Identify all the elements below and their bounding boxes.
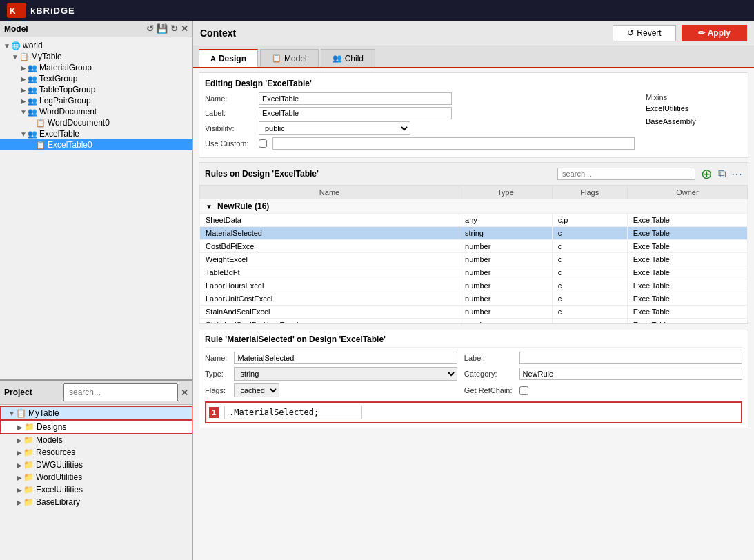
models-icon: 📁 (23, 435, 34, 445)
apply-button[interactable]: ✏ Apply (682, 25, 747, 41)
undo-icon[interactable]: ↺ (146, 23, 154, 34)
row-type: number (459, 253, 553, 266)
tab-child[interactable]: 👥 Child (321, 49, 375, 67)
refresh-icon[interactable]: ↻ (170, 23, 178, 34)
visibility-select[interactable]: public (259, 121, 410, 135)
row-name: LaborHoursExcel (200, 279, 459, 292)
row-type: number (459, 240, 553, 253)
table-row[interactable]: CostBdFtExcel number c ExcelTable (200, 240, 748, 253)
tree-item-exceltable0[interactable]: 📋 ExcelTable0 (0, 139, 192, 150)
materialgroup-toggle[interactable]: ▶ (19, 64, 28, 72)
dwgutilities-toggle[interactable]: ▶ (15, 461, 23, 469)
copy-rule-button[interactable]: ⧉ (718, 168, 726, 180)
models-toggle[interactable]: ▶ (15, 437, 23, 444)
table-row[interactable]: LaborUnitCostExcel number c ExcelTable (200, 292, 748, 306)
tree-item-mytable[interactable]: ▼ 📋 MyTable (0, 51, 192, 62)
get-refchain-checkbox[interactable] (519, 386, 528, 395)
row-flags: c (552, 306, 627, 319)
table-row-selected[interactable]: MaterialSelected string c ExcelTable (200, 227, 748, 240)
mytable-proj-toggle[interactable]: ▼ (8, 410, 16, 417)
exceltable-toggle[interactable]: ▼ (19, 130, 28, 138)
baselibrary-icon: 📁 (23, 497, 34, 507)
save-icon[interactable]: 💾 (157, 23, 168, 34)
add-rule-button[interactable]: ⊕ (701, 166, 713, 182)
name-input[interactable] (259, 92, 452, 105)
editing-section: Editing Design 'ExcelTable' Name: Label: (199, 72, 748, 158)
close-icon[interactable]: ✕ (181, 23, 188, 34)
model-tab-label: Model (284, 54, 307, 63)
project-search-input[interactable] (63, 383, 178, 401)
tree-item-world[interactable]: ▼ 🌐 world (0, 40, 192, 51)
use-custom-checkbox[interactable] (259, 139, 267, 148)
tab-model[interactable]: 📋 Model (260, 49, 319, 67)
mytable-toggle[interactable]: ▼ (11, 53, 19, 61)
tree-item-worddocument[interactable]: ▼ 👥 WordDocument (0, 106, 192, 117)
project-title: Project (4, 388, 32, 397)
wordutilities-toggle[interactable]: ▶ (15, 474, 23, 481)
tabletopgroup-toggle[interactable]: ▶ (19, 86, 28, 94)
resources-toggle[interactable]: ▶ (15, 449, 23, 457)
model-header-icons: ↺ 💾 ↻ ✕ (146, 23, 188, 34)
detail-type-select[interactable]: string (234, 367, 457, 381)
designs-toggle[interactable]: ▶ (16, 423, 24, 431)
legpairgroup-icon: 👥 (28, 97, 37, 106)
worddocument-toggle[interactable]: ▼ (19, 108, 28, 116)
tree-item-textgroup[interactable]: ▶ 👥 TextGroup (0, 73, 192, 84)
baselibrary-toggle[interactable]: ▶ (15, 499, 23, 506)
textgroup-toggle[interactable]: ▶ (19, 75, 28, 83)
detail-name-input[interactable] (234, 352, 457, 364)
tree-item-legpairgroup[interactable]: ▶ 👥 LegPairGroup (0, 95, 192, 106)
more-rule-button[interactable]: ⋯ (731, 168, 742, 181)
detail-category-input[interactable] (519, 368, 742, 380)
project-item-excelutilities[interactable]: ▶ 📁 ExcelUtilities (0, 483, 192, 496)
exceltable-icon: 👥 (28, 130, 37, 139)
tree-item-materialgroup[interactable]: ▶ 👥 MaterialGroup (0, 62, 192, 73)
app-logo: K kBRiDGE (7, 3, 75, 18)
table-row[interactable]: SheetData any c,p ExcelTable (200, 214, 748, 227)
visibility-label: Visibility: (205, 124, 253, 132)
project-item-baselibrary[interactable]: ▶ 📁 BaseLibrary (0, 496, 192, 508)
tree-item-tabletopgroup[interactable]: ▶ 👥 TableTopGroup (0, 84, 192, 95)
context-tabs: A Design 📋 Model 👥 Child (193, 46, 754, 68)
table-row[interactable]: StainAndSealExcel number c ExcelTable (200, 306, 748, 319)
project-item-resources[interactable]: ▶ 📁 Resources (0, 446, 192, 459)
table-row[interactable]: StainAndSealPerHourExcel number c ExcelT… (200, 319, 748, 324)
world-toggle[interactable]: ▼ (3, 42, 11, 50)
project-item-dwgutilities[interactable]: ▶ 📁 DWGUtilities (0, 459, 192, 471)
rules-group-row[interactable]: ▼ NewRule (16) (200, 199, 748, 214)
tree-item-exceltable[interactable]: ▼ 👥 ExcelTable (0, 128, 192, 139)
table-row[interactable]: TableBdFt number c ExcelTable (200, 266, 748, 279)
name-label: Name: (205, 94, 253, 103)
group-collapse-icon[interactable]: ▼ (206, 203, 212, 210)
worddocument0-toggle[interactable] (28, 119, 36, 127)
project-item-designs[interactable]: ▶ 📁 Designs (0, 420, 192, 434)
project-item-models[interactable]: ▶ 📁 Models (0, 434, 192, 446)
materialgroup-icon: 👥 (28, 63, 37, 72)
row-flags: c (552, 266, 627, 279)
row-name: StainAndSealExcel (200, 306, 459, 319)
legpairgroup-toggle[interactable]: ▶ (19, 97, 28, 105)
rules-search-input[interactable] (557, 168, 695, 180)
revert-button[interactable]: ↺ Revert (613, 25, 675, 41)
child-tab-label: Child (345, 54, 364, 63)
row-name: TableBdFt (200, 266, 459, 279)
group-row-cell: ▼ NewRule (16) (200, 199, 748, 214)
flags-select[interactable]: cached (234, 383, 279, 397)
code-input[interactable] (224, 406, 362, 419)
mixin-item-0: ExcelUtilities (646, 102, 742, 115)
table-row[interactable]: WeightExcel number c ExcelTable (200, 253, 748, 266)
excelutilities-toggle[interactable]: ▶ (15, 486, 23, 494)
project-item-mytable[interactable]: ▼ 📋 MyTable (0, 406, 192, 420)
table-row[interactable]: LaborHoursExcel number c ExcelTable (200, 279, 748, 292)
project-item-wordutilities[interactable]: ▶ 📁 WordUtilities (0, 471, 192, 483)
project-close-icon[interactable]: ✕ (181, 388, 188, 398)
tab-design[interactable]: A Design (199, 49, 258, 67)
row-owner: ExcelTable (627, 279, 747, 292)
detail-label-input[interactable] (519, 352, 742, 364)
label-input[interactable] (259, 107, 452, 119)
designs-icon: 📁 (24, 422, 34, 432)
tree-item-worddocument0[interactable]: 📋 WordDocument0 (0, 117, 192, 128)
custom-value-input[interactable] (272, 137, 635, 150)
rule-detail-section: Rule 'MaterialSelected' on Design 'Excel… (199, 330, 748, 428)
exceltable0-toggle[interactable] (28, 141, 36, 149)
